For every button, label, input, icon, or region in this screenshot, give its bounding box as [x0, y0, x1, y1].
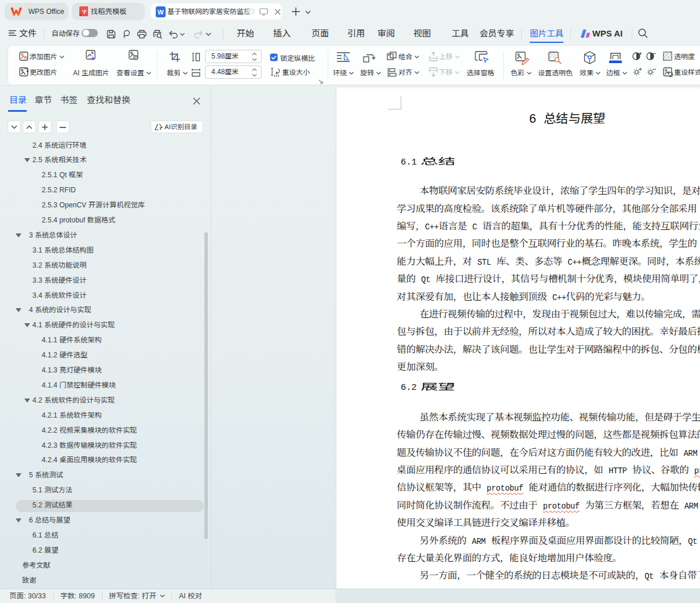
svg-text:W: W	[157, 9, 164, 16]
